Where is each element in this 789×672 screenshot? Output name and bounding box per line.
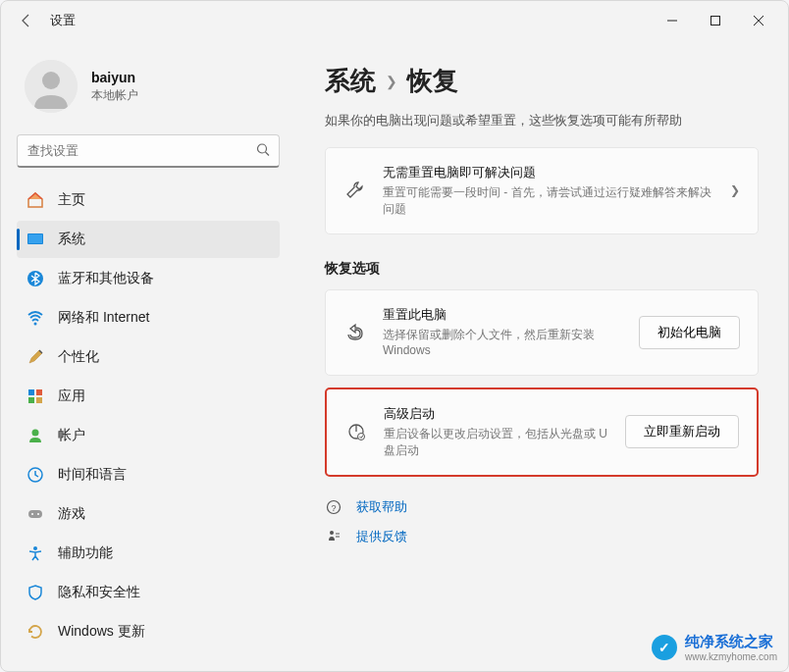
card-sub: 重置可能需要一段时间 - 首先，请尝试通过运行疑难解答来解决问题 xyxy=(383,184,714,218)
card-sub: 重启设备以更改启动设置，包括从光盘或 U 盘启动 xyxy=(384,426,609,459)
maximize-button[interactable] xyxy=(694,5,737,36)
svg-point-27 xyxy=(330,531,334,535)
svg-point-6 xyxy=(258,144,267,153)
svg-rect-9 xyxy=(28,234,42,243)
nav-time[interactable]: 时间和语言 xyxy=(17,456,280,493)
search-icon xyxy=(256,143,270,160)
nav-label: 游戏 xyxy=(58,505,85,523)
watermark-sub: www.kzmyhome.com xyxy=(685,651,777,662)
nav-label: 主页 xyxy=(58,191,85,209)
profile-name: baiyun xyxy=(91,70,138,85)
bluetooth-icon xyxy=(26,270,44,287)
nav-games[interactable]: 游戏 xyxy=(17,495,280,533)
card-title: 高级启动 xyxy=(384,405,609,423)
profile-block[interactable]: baiyun 本地帐户 xyxy=(17,52,280,129)
svg-rect-18 xyxy=(28,510,42,518)
svg-rect-13 xyxy=(36,389,42,395)
avatar xyxy=(25,60,78,113)
sidebar: baiyun 本地帐户 主页 系统 蓝牙和其他设备 网络和 Internet 个… xyxy=(1,40,295,671)
card-title: 无需重置电脑即可解决问题 xyxy=(383,164,714,181)
nav-label: 个性化 xyxy=(58,348,99,366)
svg-rect-15 xyxy=(36,397,42,403)
search-wrap xyxy=(17,134,280,168)
nav-accessibility[interactable]: 辅助功能 xyxy=(17,535,280,572)
accounts-icon xyxy=(26,427,44,444)
close-button[interactable] xyxy=(737,5,780,36)
advanced-startup-card: 高级启动 重启设备以更改启动设置，包括从光盘或 U 盘启动 立即重新启动 xyxy=(325,388,759,477)
time-icon xyxy=(26,466,44,484)
apps-icon xyxy=(26,388,44,405)
nav-home[interactable]: 主页 xyxy=(17,181,280,219)
nav-bluetooth[interactable]: 蓝牙和其他设备 xyxy=(17,260,280,297)
titlebar: 设置 xyxy=(1,1,788,40)
feedback-link[interactable]: 提供反馈 xyxy=(356,528,407,545)
page-title: 恢复 xyxy=(407,64,458,98)
nav-label: Windows 更新 xyxy=(58,623,145,641)
nav-label: 系统 xyxy=(58,231,85,248)
svg-rect-12 xyxy=(28,389,34,395)
content: 系统 ❯ 恢复 如果你的电脑出现问题或希望重置，这些恢复选项可能有所帮助 无需重… xyxy=(295,40,788,671)
svg-text:?: ? xyxy=(331,502,336,512)
nav-label: 帐户 xyxy=(58,427,85,444)
breadcrumb-parent[interactable]: 系统 xyxy=(325,64,376,98)
watermark: ✓ 纯净系统之家 www.kzmyhome.com xyxy=(652,633,777,662)
back-button[interactable] xyxy=(9,3,44,38)
power-icon xyxy=(344,421,368,442)
watermark-text: 纯净系统之家 xyxy=(685,633,773,649)
reset-pc-button[interactable]: 初始化电脑 xyxy=(639,316,740,349)
network-icon xyxy=(26,309,44,327)
breadcrumb: 系统 ❯ 恢复 xyxy=(325,64,759,98)
nav-label: 蓝牙和其他设备 xyxy=(58,270,154,287)
feedback-link-row: 提供反馈 xyxy=(325,528,759,545)
minimize-button[interactable] xyxy=(651,5,694,36)
nav-privacy[interactable]: 隐私和安全性 xyxy=(17,574,280,611)
svg-point-19 xyxy=(31,513,33,515)
wrench-icon xyxy=(343,180,367,201)
chevron-right-icon: ❯ xyxy=(386,74,397,89)
chevron-right-icon: ❯ xyxy=(730,183,740,197)
svg-point-20 xyxy=(37,513,39,515)
svg-point-11 xyxy=(34,323,37,326)
nav-system[interactable]: 系统 xyxy=(17,221,280,258)
svg-point-24 xyxy=(358,434,365,440)
accessibility-icon xyxy=(26,544,44,562)
svg-point-16 xyxy=(32,430,39,437)
card-title: 重置此电脑 xyxy=(383,306,623,324)
nav-update[interactable]: Windows 更新 xyxy=(17,613,280,650)
nav-list: 主页 系统 蓝牙和其他设备 网络和 Internet 个性化 应用 帐户 时间和… xyxy=(17,181,280,650)
svg-line-7 xyxy=(266,152,270,156)
window-title: 设置 xyxy=(50,12,76,29)
search-input[interactable] xyxy=(17,134,280,168)
troubleshoot-card[interactable]: 无需重置电脑即可解决问题 重置可能需要一段时间 - 首先，请尝试通过运行疑难解答… xyxy=(325,147,759,234)
page-subtitle: 如果你的电脑出现问题或希望重置，这些恢复选项可能有所帮助 xyxy=(325,112,759,129)
nav-label: 时间和语言 xyxy=(58,466,127,484)
section-title: 恢复选项 xyxy=(325,260,759,278)
brush-icon xyxy=(26,348,44,366)
card-sub: 选择保留或删除个人文件，然后重新安装 Windows xyxy=(383,327,623,360)
nav-label: 辅助功能 xyxy=(58,544,113,562)
nav-label: 隐私和安全性 xyxy=(58,584,140,601)
nav-label: 应用 xyxy=(58,388,85,405)
nav-personalization[interactable]: 个性化 xyxy=(17,338,280,376)
help-icon: ? xyxy=(325,499,342,515)
nav-accounts[interactable]: 帐户 xyxy=(17,417,280,454)
games-icon xyxy=(26,505,44,523)
nav-label: 网络和 Internet xyxy=(58,309,149,327)
update-icon xyxy=(26,623,44,641)
svg-point-21 xyxy=(33,546,37,550)
reset-icon xyxy=(343,322,367,343)
profile-sub: 本地帐户 xyxy=(91,87,138,104)
restart-now-button[interactable]: 立即重新启动 xyxy=(625,415,739,448)
svg-point-5 xyxy=(42,72,60,89)
svg-rect-1 xyxy=(711,17,720,26)
watermark-icon: ✓ xyxy=(652,635,677,660)
help-link-row: ? 获取帮助 xyxy=(325,498,759,516)
svg-rect-14 xyxy=(28,397,34,403)
help-link[interactable]: 获取帮助 xyxy=(356,498,407,516)
reset-pc-card: 重置此电脑 选择保留或删除个人文件，然后重新安装 Windows 初始化电脑 xyxy=(325,289,759,377)
nav-network[interactable]: 网络和 Internet xyxy=(17,299,280,336)
nav-apps[interactable]: 应用 xyxy=(17,378,280,415)
privacy-icon xyxy=(26,584,44,601)
feedback-icon xyxy=(325,529,342,544)
system-icon xyxy=(26,231,44,248)
